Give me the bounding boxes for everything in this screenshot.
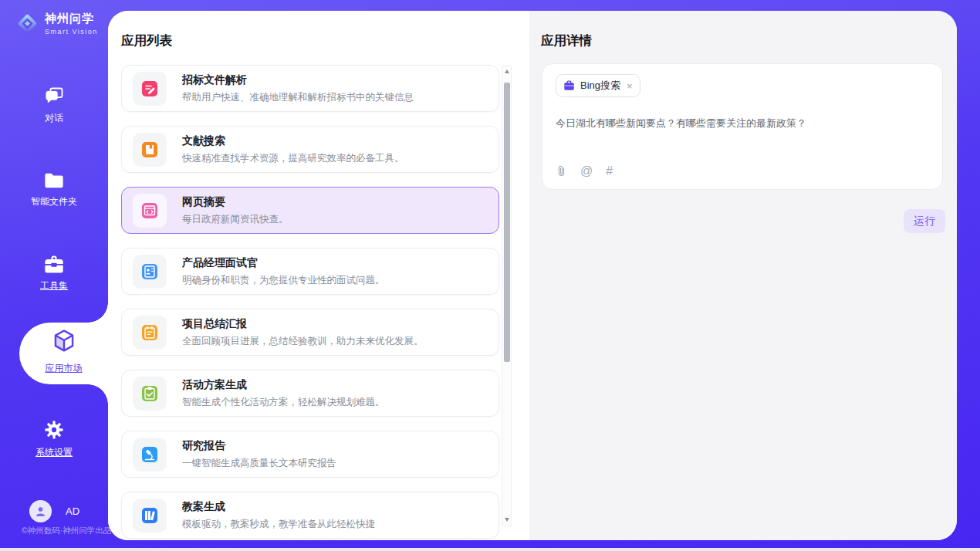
paperclip-icon[interactable] [556,164,567,177]
avatar [29,500,52,522]
app-desc: 模板驱动，教案秒成，教学准备从此轻松快捷 [182,518,375,531]
sidebar-item-toolset[interactable]: 工具集 [0,255,108,292]
app-name: 招标文件解析 [182,73,414,87]
run-button[interactable]: 运行 [904,209,945,233]
brand-logo: 神州问学 Smart Vision [15,12,98,35]
sidebar-item-settings[interactable]: 系统设置 [0,419,108,459]
scrollbar-thumb[interactable] [504,83,510,362]
app-desc: 明确身份和职责，为您提供专业性的面试问题。 [182,274,385,287]
app-desc: 帮助用户快速、准确地理解和解析招标书中的关键信息 [182,91,414,104]
at-icon[interactable]: @ [580,165,593,177]
app-list: 招标文件解析 帮助用户快速、准确地理解和解析招标书中的关键信息 文献搜索 [121,65,499,540]
app-desc: 全面回顾项目进展，总结经验教训，助力未来优化发展。 [182,335,424,348]
app-list-title: 应用列表 [121,32,172,49]
books-icon [140,505,160,526]
app-detail-pane: 应用详情 Bing搜索 × 今日湖北有哪些新闻要点？有哪些需要关注的最新政策？ [529,11,957,540]
app-icon-box [133,255,167,289]
web-page-icon [140,201,160,221]
folder-icon [43,171,65,190]
app-detail-title: 应用详情 [541,32,592,49]
person-icon [34,505,47,518]
brand-name: 神州问学 [45,12,98,26]
app-icon-box [133,377,167,411]
app-name: 文献搜索 [182,134,404,148]
app-name: 网页摘要 [182,195,289,209]
user-initials: AD [66,505,79,517]
sidebar-item-label: 智能文件夹 [0,195,108,208]
tool-tag-bing-search[interactable]: Bing搜索 × [556,74,640,97]
sidebar: 神州问学 Smart Vision 对话 智能文件夹 [0,0,108,548]
app-card-web-summary[interactable]: 网页摘要 每日政府新闻资讯快查。 [121,187,499,234]
notepad-icon [140,323,160,343]
brand-subtitle: Smart Vision [45,28,98,35]
app-card-literature-search[interactable]: 文献搜索 快速精准查找学术资源，提高研究效率的必备工具。 [121,126,499,173]
research-icon [140,445,160,465]
sidebar-item-label: 工具集 [0,279,108,292]
close-icon[interactable]: × [627,80,633,92]
app-icon-box [133,133,167,167]
toolbox-icon [43,255,65,274]
app-desc: 一键智能生成高质量长文本研究报告 [182,457,336,470]
briefcase-icon [563,80,575,91]
app-list-scrollbar[interactable] [502,65,512,526]
app-name: 产品经理面试官 [182,256,385,270]
app-icon-box [133,194,167,228]
sidebar-item-smart-folder[interactable]: 智能文件夹 [0,171,108,208]
composer-card: Bing搜索 × 今日湖北有哪些新闻要点？有哪些需要关注的最新政策？ @ # [542,63,943,190]
app-frame: 神州问学 Smart Vision 对话 智能文件夹 [0,0,980,548]
app-desc: 快速精准查找学术资源，提高研究效率的必备工具。 [182,152,404,165]
scroll-down-icon[interactable] [505,518,509,522]
app-desc: 智能生成个性化活动方案，轻松解决规划难题。 [182,396,385,409]
app-name: 教案生成 [182,500,375,514]
app-icon-box [133,438,167,472]
interview-doc-icon [140,262,160,282]
query-text[interactable]: 今日湖北有哪些新闻要点？有哪些需要关注的最新政策？ [556,117,926,130]
sidebar-item-label: 对话 [0,112,108,125]
app-icon-box [133,499,167,532]
hash-icon[interactable]: # [606,165,613,177]
document-edit-icon [140,79,160,99]
copyright-note: ©神州数码·神州问学出品 [22,526,111,536]
app-card-bid-parse[interactable]: 招标文件解析 帮助用户快速、准确地理解和解析招标书中的关键信息 [121,65,499,112]
content-sheet: 应用列表 招标文件解析 帮助用户快速、准确地理解和解析招标书中的关键信息 [108,11,957,540]
sidebar-item-app-market[interactable]: 应用市场 [19,323,108,384]
app-name: 研究报告 [182,439,336,453]
app-icon-box [133,72,167,106]
sidebar-item-chat[interactable]: 对话 [0,86,108,125]
app-card-project-summary[interactable]: 项目总结汇报 全面回顾项目进展，总结经验教训，助力未来优化发展。 [121,309,499,356]
app-card-pm-interviewer[interactable]: 产品经理面试官 明确身份和职责，为您提供专业性的面试问题。 [121,248,499,295]
app-list-pane: 应用列表 招标文件解析 帮助用户快速、准确地理解和解析招标书中的关键信息 [108,11,529,540]
tool-tag-label: Bing搜索 [580,79,620,93]
sidebar-item-label: 系统设置 [0,446,108,459]
app-card-activity-plan[interactable]: 活动方案生成 智能生成个性化活动方案，轻松解决规划难题。 [121,370,499,417]
diamond-logo-icon [15,12,39,35]
app-icon-box [133,316,167,350]
composer-toolbar: @ # [556,164,613,177]
chat-icon [43,86,65,106]
sidebar-item-label: 应用市场 [19,362,108,375]
clipboard-check-icon [140,384,160,404]
app-name: 活动方案生成 [182,378,385,392]
cube-icon [52,329,76,353]
app-card-lesson-plan[interactable]: 教案生成 模板驱动，教案秒成，教学准备从此轻松快捷 [121,492,499,539]
gear-icon [43,419,65,441]
app-desc: 每日政府新闻资讯快查。 [182,213,289,226]
app-name: 项目总结汇报 [182,317,424,331]
scroll-up-icon[interactable] [505,69,509,73]
book-icon [140,140,160,160]
app-card-research-report[interactable]: 研究报告 一键智能生成高质量长文本研究报告 [121,431,499,478]
user-account[interactable]: AD [29,500,79,522]
